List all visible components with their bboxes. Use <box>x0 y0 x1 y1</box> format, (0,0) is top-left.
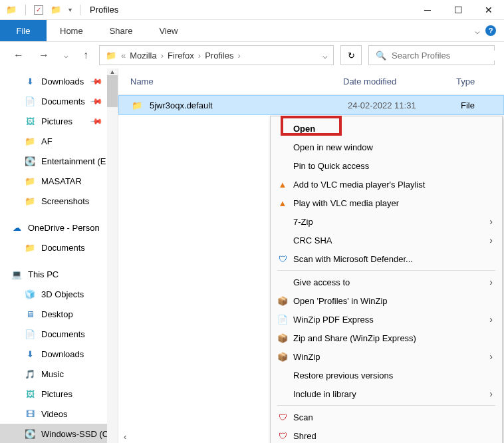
sidebar-item-entertainment[interactable]: 💽Entertainment (E <box>0 151 118 171</box>
ctx-include-library[interactable]: Include in library› <box>271 384 502 403</box>
ctx-open-new-window[interactable]: Open in new window <box>271 138 502 156</box>
titlebar: 📁 ✓ 📁 ▾ Profiles ─ ☐ ✕ <box>0 0 504 20</box>
sidebar-item-pc-downloads[interactable]: ⬇Downloads <box>0 344 118 364</box>
ctx-label: Play with VLC media player <box>293 198 399 208</box>
folder-small-icon: 📁 <box>50 5 62 15</box>
sidebar-item-pc-documents[interactable]: 📄Documents <box>0 324 118 344</box>
maximize-button[interactable]: ☐ <box>443 0 473 20</box>
sidebar-item-od-documents[interactable]: 📁Documents <box>0 237 118 257</box>
search-input[interactable] <box>392 51 503 61</box>
drive-icon: 💽 <box>24 156 36 166</box>
ctx-zip-share[interactable]: 📦Zip and Share (WinZip Express) <box>271 329 502 347</box>
mcafee-icon: 🛡 <box>277 431 289 441</box>
sidebar-item-label: Pictures <box>41 389 72 399</box>
chevron-left-icon[interactable]: « <box>121 51 126 61</box>
ctx-open-winzip[interactable]: 📦Open 'Profiles' in WinZip <box>271 291 502 310</box>
sidebar-item-music[interactable]: 🎵Music <box>0 364 118 384</box>
sidebar-item-screenshots[interactable]: 📁Screenshots <box>0 191 118 211</box>
sidebar-onedrive[interactable]: ☁OneDrive - Person <box>0 218 118 237</box>
ctx-label: Zip and Share (WinZip Express) <box>293 333 416 343</box>
sidebar-item-desktop[interactable]: 🖥Desktop <box>0 304 118 324</box>
file-row[interactable]: 📁 5jwr3oqx.default 24-02-2022 11:31 File <box>118 95 504 115</box>
minimize-button[interactable]: ─ <box>412 0 443 20</box>
ctx-label: Add to VLC media player's Playlist <box>293 180 425 190</box>
column-name[interactable]: Name <box>130 76 343 86</box>
ctx-shred[interactable]: 🛡Shred <box>271 426 502 443</box>
column-type[interactable]: Type <box>456 76 475 86</box>
ctx-open[interactable]: Open <box>271 119 502 138</box>
ctx-label: Shred <box>293 431 316 441</box>
back-button[interactable]: ← <box>9 49 28 61</box>
search-box[interactable]: 🔍 <box>368 45 495 65</box>
breadcrumb-profiles[interactable]: Profiles <box>205 51 233 61</box>
up-button[interactable]: ↑ <box>79 49 92 61</box>
column-date[interactable]: Date modified <box>343 76 456 86</box>
sidebar-item-documents[interactable]: 📄Documents📌 <box>0 91 118 111</box>
chevron-right-icon: › <box>489 216 493 227</box>
ctx-defender[interactable]: 🛡Scan with Microsoft Defender... <box>271 249 502 268</box>
ctx-scan[interactable]: 🛡Scan <box>271 408 502 426</box>
file-type: File <box>461 100 475 110</box>
close-button[interactable]: ✕ <box>473 0 504 20</box>
column-headers: Name Date modified Type <box>118 69 504 95</box>
sidebar-item-pictures[interactable]: 🖼Pictures📌 <box>0 111 118 131</box>
sidebar-item-3dobjects[interactable]: 🧊3D Objects <box>0 284 118 304</box>
pdf-icon: 📄 <box>277 315 289 325</box>
ctx-winzip[interactable]: 📦WinZip› <box>271 347 502 366</box>
ctx-pin-quick-access[interactable]: Pin to Quick access <box>271 156 502 175</box>
sidebar-item-masatar[interactable]: 📁MASATAR <box>0 171 118 191</box>
ctx-7zip[interactable]: 7-Zip› <box>271 212 502 231</box>
sidebar-item-pc-pictures[interactable]: 🖼Pictures <box>0 384 118 404</box>
vlc-icon: ▲ <box>277 198 289 208</box>
recent-dropdown-icon[interactable]: ⌵ <box>60 51 72 60</box>
chevron-right-icon: › <box>489 351 493 362</box>
sidebar-item-downloads[interactable]: ⬇Downloads📌 <box>0 71 118 91</box>
sidebar-item-af[interactable]: 📁AF <box>0 131 118 151</box>
ctx-crc-sha[interactable]: CRC SHA› <box>271 231 502 249</box>
scrollbar-thumb[interactable] <box>107 75 118 107</box>
ctx-give-access[interactable]: Give access to› <box>271 273 502 291</box>
scroll-up-icon[interactable]: ▲ <box>107 69 118 75</box>
help-icon[interactable]: ? <box>485 25 496 36</box>
sidebar-item-label: Entertainment (E <box>41 156 106 166</box>
address-bar[interactable]: 📁 « Mozilla › Firefox › Profiles › ⌵ <box>99 45 334 65</box>
video-icon: 🎞 <box>24 408 36 419</box>
breadcrumb-firefox[interactable]: Firefox <box>168 51 194 61</box>
ribbon-collapse-icon[interactable]: ⌵ <box>475 26 480 36</box>
chevron-left-icon[interactable]: ‹ <box>124 432 126 442</box>
sidebar-thispc[interactable]: 💻This PC <box>0 264 118 284</box>
sidebar-item-label: Screenshots <box>41 196 89 206</box>
sidebar-item-videos[interactable]: 🎞Videos <box>0 404 118 424</box>
file-date: 24-02-2022 11:31 <box>348 100 461 110</box>
pc-icon: 💻 <box>11 269 23 279</box>
checkbox-icon[interactable]: ✓ <box>34 5 43 15</box>
ctx-label: WinZip PDF Express <box>293 315 374 325</box>
forward-button[interactable]: → <box>35 49 53 61</box>
refresh-button[interactable]: ↻ <box>340 45 362 65</box>
ctx-vlc-add[interactable]: ▲Add to VLC media player's Playlist <box>271 175 502 194</box>
ctx-restore-versions[interactable]: Restore previous versions <box>271 366 502 384</box>
folder-icon: 📁 <box>105 50 117 61</box>
music-icon: 🎵 <box>24 369 36 379</box>
winzip-icon: 📦 <box>277 296 289 306</box>
sidebar-item-label: Music <box>41 369 64 379</box>
ctx-label: Open <box>293 124 315 134</box>
file-tab[interactable]: File <box>0 20 47 41</box>
3d-icon: 🧊 <box>24 289 36 299</box>
home-tab[interactable]: Home <box>47 26 96 36</box>
ctx-label: Give access to <box>293 277 350 287</box>
chevron-right-icon: › <box>237 51 240 61</box>
pin-icon: 📌 <box>90 94 104 108</box>
onedrive-icon: ☁ <box>11 222 23 233</box>
sidebar-item-label: Downloads <box>41 76 84 86</box>
ctx-vlc-play[interactable]: ▲Play with VLC media player <box>271 194 502 212</box>
breadcrumb-mozilla[interactable]: Mozilla <box>130 51 156 61</box>
share-tab[interactable]: Share <box>96 26 146 36</box>
ctx-label: Restore previous versions <box>293 370 393 380</box>
sidebar-item-windows-ssd[interactable]: 💽Windows-SSD (C <box>0 424 118 443</box>
qat-dropdown-icon[interactable]: ▾ <box>68 6 72 13</box>
ctx-winzip-pdf[interactable]: 📄WinZip PDF Express› <box>271 310 502 329</box>
sidebar-scrollbar[interactable]: ▲ <box>107 69 118 443</box>
view-tab[interactable]: View <box>146 26 191 36</box>
address-dropdown-icon[interactable]: ⌵ <box>322 51 328 61</box>
